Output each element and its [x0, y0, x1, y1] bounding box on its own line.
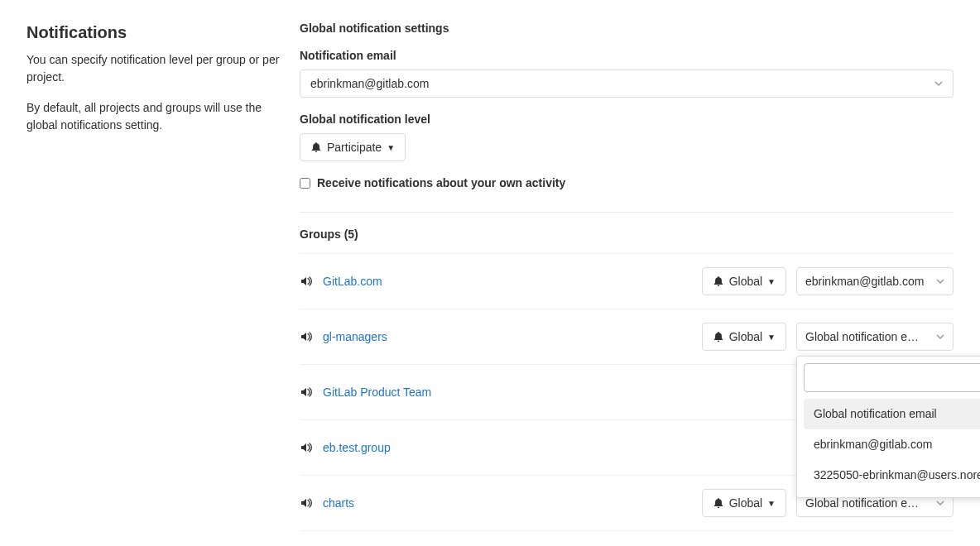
caret-down-icon: ▼	[767, 277, 776, 286]
group-level-button[interactable]: Global▼	[702, 489, 786, 517]
group-level-value: Global	[729, 496, 762, 510]
notification-email-value: ebrinkman@gitlab.com	[310, 75, 429, 93]
global-level-label: Global notification level	[300, 111, 954, 128]
sound-icon	[300, 386, 313, 399]
group-row: gl-managersGlobal▼Global notification e……	[300, 309, 954, 365]
group-link[interactable]: gl-managers	[323, 328, 387, 346]
own-activity-checkbox[interactable]	[300, 178, 310, 189]
own-activity-label[interactable]: Receive notifications about your own act…	[317, 175, 565, 192]
group-link[interactable]: GitLab Product Team	[323, 384, 431, 401]
dropdown-option[interactable]: ebrinkman@gitlab.com	[804, 429, 980, 460]
chevron-down-icon	[936, 273, 944, 290]
global-heading: Global notification settings	[300, 20, 954, 37]
global-level-button[interactable]: Participate ▼	[300, 133, 406, 161]
page-title: Notifications	[26, 20, 280, 45]
groups-heading: Groups (5)	[300, 226, 954, 243]
dropdown-search-input[interactable]	[811, 371, 980, 385]
group-email-value: Global notification e…	[805, 328, 919, 346]
bell-icon	[310, 141, 322, 153]
sound-icon	[300, 275, 313, 288]
divider	[300, 212, 954, 213]
sound-icon	[300, 441, 313, 454]
group-email-select[interactable]: Global notification e…	[796, 323, 954, 351]
group-email-select[interactable]: ebrinkman@gitlab.com	[796, 267, 954, 295]
chevron-down-icon	[934, 75, 943, 93]
group-row: GitLab.comGlobal▼ebrinkman@gitlab.com	[300, 253, 954, 309]
caret-down-icon: ▼	[767, 499, 776, 508]
bell-icon	[713, 275, 724, 287]
bell-icon	[713, 497, 724, 509]
intro-text-2: By default, all projects and groups will…	[26, 99, 280, 134]
group-link[interactable]: eb.test.group	[323, 439, 391, 457]
bell-icon	[713, 331, 724, 342]
group-email-value: ebrinkman@gitlab.com	[805, 273, 924, 290]
notification-email-select[interactable]: ebrinkman@gitlab.com	[300, 69, 954, 98]
group-level-button[interactable]: Global▼	[702, 267, 786, 295]
chevron-down-icon	[936, 328, 944, 346]
caret-down-icon: ▼	[387, 143, 395, 152]
global-level-value: Participate	[327, 141, 382, 154]
sound-icon	[300, 330, 313, 343]
group-level-value: Global	[729, 275, 762, 288]
group-link[interactable]: charts	[323, 495, 354, 512]
caret-down-icon: ▼	[767, 333, 776, 342]
notification-email-label: Notification email	[300, 47, 954, 65]
group-link[interactable]: GitLab.com	[323, 273, 382, 290]
email-dropdown: Global notification emailebrinkman@gitla…	[796, 356, 980, 498]
sound-icon	[300, 496, 313, 510]
intro-text-1: You can specify notification level per g…	[26, 51, 280, 86]
dropdown-option[interactable]: Global notification email	[804, 399, 980, 429]
group-level-button[interactable]: Global▼	[702, 323, 786, 351]
group-level-value: Global	[729, 330, 762, 343]
dropdown-option[interactable]: 3225050-ebrinkman@users.noreply.gitlab.c…	[804, 460, 980, 491]
